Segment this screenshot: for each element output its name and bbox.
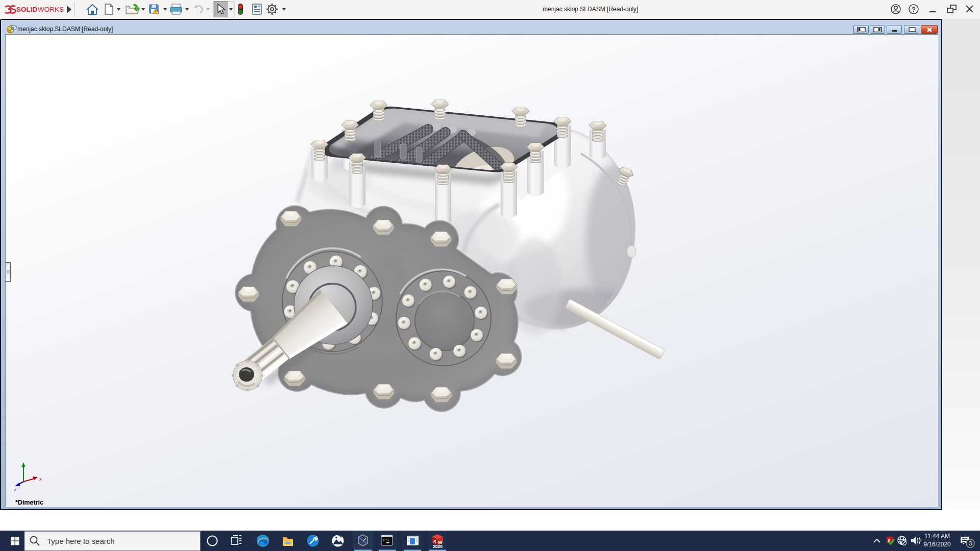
svg-text:C:\: C:\ <box>383 538 389 542</box>
svg-text:x: x <box>39 477 42 482</box>
svg-text:3: 3 <box>969 540 972 546</box>
svg-text:WORKS: WORKS <box>38 6 64 13</box>
svg-text:?: ? <box>912 6 916 13</box>
svg-text:SOLID: SOLID <box>16 6 38 13</box>
svg-text:z: z <box>14 487 16 492</box>
svg-text:2020: 2020 <box>433 544 443 549</box>
